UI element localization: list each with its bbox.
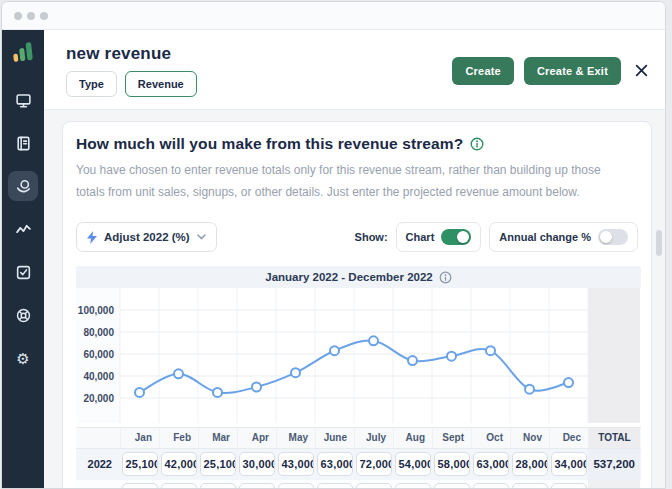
data-point[interactable] (135, 388, 144, 397)
chevron-down-icon (197, 234, 206, 240)
revenue-input[interactable] (395, 483, 431, 489)
chart-title-strip: January 2022 - December 2022 (76, 266, 641, 288)
month-header: Apr (237, 428, 276, 448)
month-header: Dec (549, 428, 588, 448)
data-point[interactable] (447, 352, 456, 361)
revenue-input[interactable]: 25,100 (200, 452, 236, 476)
close-button[interactable] (634, 63, 649, 78)
scrollbar-thumb[interactable] (656, 230, 662, 256)
revenue-input[interactable] (122, 483, 158, 489)
month-header: July (354, 428, 393, 448)
sidebar-item-revenue[interactable] (8, 171, 38, 201)
revenue-input[interactable]: 63,000 (317, 452, 353, 476)
line-chart: 20,00040,00060,00080,000100,000 (76, 288, 641, 427)
info-icon[interactable] (439, 271, 452, 284)
revenue-input[interactable]: 43,000 (278, 452, 314, 476)
sidebar-item-dashboard[interactable] (8, 85, 38, 115)
revenue-input[interactable]: 72,000 (356, 452, 392, 476)
month-header: Mar (198, 428, 237, 448)
window-dot-icon[interactable] (40, 12, 48, 20)
revenue-input[interactable]: 63,000 (473, 452, 509, 476)
sidebar-item-ledger[interactable] (8, 128, 38, 158)
sidebar: ⚙ (2, 30, 44, 489)
data-point[interactable] (330, 346, 339, 355)
app-logo-icon[interactable] (10, 39, 36, 69)
annual-change-label: Annual change % (499, 231, 591, 243)
revenue-input[interactable]: 25,100 (122, 452, 158, 476)
revenue-input[interactable] (512, 483, 548, 489)
table-row: 202225,10042,00025,10030,00043,00063,000… (76, 449, 641, 480)
revenue-input[interactable]: 28,000 (512, 452, 548, 476)
data-point[interactable] (174, 369, 183, 378)
monitor-icon (15, 92, 32, 109)
revenue-input[interactable] (434, 483, 470, 489)
revenue-input[interactable] (473, 483, 509, 489)
revenue-input[interactable]: 58,000 (434, 452, 470, 476)
row-total: 537,200 (588, 449, 640, 480)
annual-change-pill[interactable]: Annual change % (489, 222, 638, 252)
lightning-icon (87, 231, 97, 244)
revenue-input[interactable]: 42,000 (161, 452, 197, 476)
check-square-icon (15, 264, 32, 281)
sidebar-item-help[interactable] (8, 300, 38, 330)
create-button[interactable]: Create (452, 57, 513, 85)
revenue-input[interactable] (356, 483, 392, 489)
revenue-input[interactable] (239, 483, 275, 489)
lifebuoy-icon (15, 307, 32, 324)
data-point[interactable] (525, 385, 534, 394)
total-column-band (588, 288, 640, 423)
revenue-input[interactable] (200, 483, 236, 489)
month-header: Sept (432, 428, 471, 448)
data-point[interactable] (291, 368, 300, 377)
table-row: 20230 (76, 480, 641, 489)
y-axis-tick: 20,000 (83, 393, 114, 404)
question-description: You have chosen to enter revenue totals … (76, 160, 628, 203)
month-header-spacer (76, 428, 120, 448)
data-point[interactable] (213, 388, 222, 397)
chart-toolbar: Adjust 2022 (%) Show: Chart (76, 222, 638, 252)
gear-icon: ⚙ (16, 351, 29, 366)
revenue-input[interactable] (317, 483, 353, 489)
sidebar-item-forecast[interactable] (8, 214, 38, 244)
revenue-input[interactable] (161, 483, 197, 489)
page-title: new revenue (66, 44, 197, 64)
tab-revenue[interactable]: Revenue (125, 71, 197, 97)
year-label: 2022 (76, 449, 120, 480)
create-exit-button[interactable]: Create & Exit (524, 57, 621, 85)
sidebar-item-settings[interactable]: ⚙ (8, 343, 38, 373)
show-label: Show: (355, 231, 388, 243)
info-icon[interactable] (470, 137, 484, 151)
revenue-table: 202225,10042,00025,10030,00043,00063,000… (76, 449, 641, 489)
annual-change-toggle[interactable] (598, 229, 628, 245)
month-header: Aug (393, 428, 432, 448)
chart-toggle-pill[interactable]: Chart (396, 222, 482, 252)
chart-title: January 2022 - December 2022 (265, 271, 433, 283)
data-point[interactable] (564, 378, 573, 387)
month-header: May (276, 428, 315, 448)
data-point[interactable] (486, 346, 495, 355)
row-total: 0 (588, 480, 640, 489)
revenue-input[interactable]: 34,000 (551, 452, 587, 476)
month-header: June (315, 428, 354, 448)
data-point[interactable] (252, 383, 261, 392)
revenue-chart: January 2022 - December 2022 20,00040,00… (76, 266, 641, 489)
window-dot-icon[interactable] (14, 12, 22, 20)
browser-window: ⚙ new revenue Type Revenue Create Create… (1, 1, 666, 489)
tab-type[interactable]: Type (66, 71, 117, 97)
page-header: new revenue Type Revenue Create Create &… (44, 30, 665, 110)
month-header: Jan (120, 428, 159, 448)
revenue-input[interactable] (278, 483, 314, 489)
revenue-input[interactable]: 30,000 (239, 452, 275, 476)
data-point[interactable] (369, 336, 378, 345)
data-point[interactable] (408, 356, 417, 365)
close-icon (634, 63, 649, 78)
revenue-input[interactable]: 54,000 (395, 452, 431, 476)
y-axis-tick: 40,000 (83, 371, 114, 382)
step-tabs: Type Revenue (66, 71, 197, 97)
hand-coin-icon (15, 178, 32, 195)
sidebar-item-tasks[interactable] (8, 257, 38, 287)
adjust-dropdown[interactable]: Adjust 2022 (%) (76, 222, 217, 252)
revenue-input[interactable] (551, 483, 587, 489)
window-dot-icon[interactable] (27, 12, 35, 20)
chart-toggle[interactable] (441, 229, 471, 245)
